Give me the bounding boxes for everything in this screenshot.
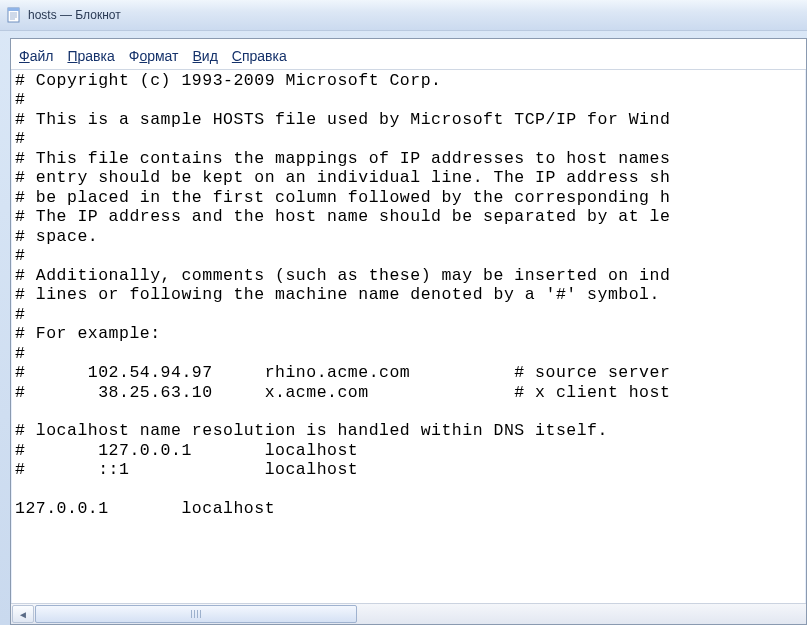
scroll-left-arrow-icon[interactable]: ◄ bbox=[12, 605, 34, 623]
notepad-icon bbox=[6, 7, 22, 23]
menu-help[interactable]: Справка bbox=[232, 48, 287, 64]
titlebar[interactable]: hosts — Блокнот bbox=[0, 0, 807, 31]
notepad-window: hosts — Блокнот Файл Правка Формат Вид С… bbox=[0, 0, 807, 625]
horizontal-scrollbar[interactable]: ◄ bbox=[11, 603, 806, 624]
client-area: Файл Правка Формат Вид Справка # Copyrig… bbox=[10, 38, 807, 625]
scroll-thumb[interactable] bbox=[35, 605, 357, 623]
editor-viewport: # Copyright (c) 1993-2009 Microsoft Corp… bbox=[11, 69, 806, 602]
window-title: hosts — Блокнот bbox=[28, 8, 121, 22]
menu-format[interactable]: Формат bbox=[129, 48, 179, 64]
scroll-track[interactable] bbox=[35, 605, 806, 623]
text-editor[interactable]: # Copyright (c) 1993-2009 Microsoft Corp… bbox=[11, 69, 806, 521]
menu-view[interactable]: Вид bbox=[193, 48, 218, 64]
menubar: Файл Правка Формат Вид Справка bbox=[11, 39, 806, 70]
menu-file[interactable]: Файл bbox=[19, 48, 53, 64]
svg-rect-1 bbox=[8, 8, 19, 11]
menu-edit[interactable]: Правка bbox=[67, 48, 114, 64]
